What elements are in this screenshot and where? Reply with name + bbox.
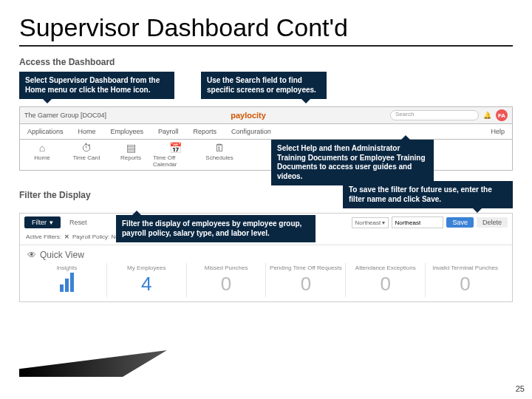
qv-attendance-exceptions[interactable]: Attendance Exceptions 0 bbox=[345, 263, 425, 297]
avatar[interactable]: FA bbox=[496, 109, 508, 121]
qv-insights[interactable]: Insights bbox=[27, 263, 106, 297]
quick-view-title-text: Quick View bbox=[40, 250, 84, 260]
callout-help: Select Help and then Administrator Train… bbox=[271, 140, 434, 185]
nav-home[interactable]: ⌂Home bbox=[20, 142, 64, 168]
tab-payroll[interactable]: Payroll bbox=[151, 124, 186, 139]
nav-label: Schedules bbox=[205, 154, 233, 161]
callout-select-dashboard: Select Supervisor Dashboard from the Hom… bbox=[19, 72, 174, 99]
remove-filter-icon[interactable]: ✕ bbox=[64, 233, 69, 240]
qv-my-employees[interactable]: My Employees 4 bbox=[106, 263, 186, 297]
home-icon: ⌂ bbox=[39, 142, 45, 154]
tab-applications[interactable]: Applications bbox=[20, 124, 71, 139]
clock-icon: ⏱ bbox=[81, 142, 92, 154]
filter-panel: Filter▾ Reset Filter the display of empl… bbox=[19, 213, 513, 302]
schedule-icon: 🗓 bbox=[214, 142, 225, 154]
tab-employees[interactable]: Employees bbox=[103, 124, 151, 139]
delete-button[interactable]: Delete bbox=[477, 217, 508, 228]
qv-label: Pending Time Off Requests bbox=[266, 265, 345, 271]
callout-text: Use the Search field to find specific sc… bbox=[207, 76, 316, 94]
filter-button[interactable]: Filter▾ bbox=[24, 216, 61, 228]
callout-text: Select Supervisor Dashboard from the Hom… bbox=[25, 76, 160, 94]
bar-chart-icon bbox=[27, 273, 106, 292]
callout-text: To save the filter for future use, enter… bbox=[349, 185, 492, 203]
callout-text: Select Help and then Administrator Train… bbox=[277, 144, 426, 180]
brand-logo: paylocity bbox=[106, 111, 390, 120]
save-button[interactable]: Save bbox=[446, 217, 474, 228]
icon-toolbar: ⌂Home ⏱Time Card ▤Reports 📅Time Off Cale… bbox=[19, 140, 513, 171]
quick-view-panel: 👁Quick View Insights My Employees 4 Miss… bbox=[20, 245, 512, 301]
qv-value: 0 bbox=[346, 273, 425, 296]
nav-label: Time Card bbox=[72, 154, 100, 161]
select-value: Northeast bbox=[355, 219, 381, 226]
eye-icon: 👁 bbox=[27, 250, 36, 260]
nav-label: Reports bbox=[120, 154, 141, 161]
qv-invalid-punches[interactable]: Invalid Terminal Punches 0 bbox=[425, 263, 505, 297]
callout-filter-display: Filter the display of employees by emplo… bbox=[116, 215, 316, 242]
qv-pending-timeoff[interactable]: Pending Time Off Requests 0 bbox=[265, 263, 345, 297]
section-filter-display: Filter the Display bbox=[19, 190, 91, 200]
qv-label: Insights bbox=[27, 265, 106, 271]
tab-home[interactable]: Home bbox=[71, 124, 103, 139]
callout-text: Filter the display of employees by emplo… bbox=[122, 219, 301, 237]
qv-value: 0 bbox=[426, 273, 505, 296]
tab-configuration[interactable]: Configuration bbox=[224, 124, 279, 139]
nav-label: Home bbox=[34, 154, 50, 161]
reports-icon: ▤ bbox=[126, 142, 136, 154]
filter-name-input[interactable] bbox=[392, 216, 443, 228]
main-tabs: Applications Home Employees Payroll Repo… bbox=[19, 124, 513, 140]
chevron-down-icon: ▾ bbox=[50, 219, 53, 226]
notification-icon[interactable]: 🔔 bbox=[483, 112, 491, 119]
nav-timecard[interactable]: ⏱Time Card bbox=[64, 142, 109, 168]
qv-value: 4 bbox=[107, 273, 186, 296]
qv-label: Attendance Exceptions bbox=[346, 265, 425, 271]
page-number: 25 bbox=[516, 384, 525, 393]
qv-label: Invalid Terminal Punches bbox=[426, 265, 505, 271]
active-filters-label: Active Filters: bbox=[26, 233, 61, 240]
search-input[interactable]: Search bbox=[390, 110, 479, 120]
qv-label: My Employees bbox=[107, 265, 186, 271]
nav-reports[interactable]: ▤Reports bbox=[109, 142, 153, 168]
nav-schedules[interactable]: 🗓Schedules bbox=[197, 142, 242, 168]
tab-help[interactable]: Help bbox=[483, 124, 512, 139]
org-name: The Garner Group [DOC04] bbox=[24, 112, 106, 119]
reset-button[interactable]: Reset bbox=[65, 216, 92, 228]
calendar-icon: 📅 bbox=[169, 142, 182, 154]
qv-missed-punches[interactable]: Missed Punches 0 bbox=[186, 263, 266, 297]
saved-filter-select[interactable]: Northeast ▾ bbox=[352, 217, 389, 228]
nav-timeoff[interactable]: 📅Time Off Calendar bbox=[153, 142, 197, 168]
qv-label: Missed Punches bbox=[187, 265, 266, 271]
qv-value: 0 bbox=[187, 273, 266, 296]
nav-label: Time Off Calendar bbox=[153, 154, 197, 168]
decorative-triangle bbox=[19, 350, 167, 377]
filter-button-label: Filter bbox=[32, 219, 47, 226]
qv-value: 0 bbox=[266, 273, 345, 296]
callout-use-search: Use the Search field to find specific sc… bbox=[201, 72, 327, 99]
section-access-dashboard: Access the Dashboard bbox=[19, 57, 513, 67]
tab-reports[interactable]: Reports bbox=[186, 124, 225, 139]
slide-title: Supervisor Dashboard Cont'd bbox=[19, 13, 513, 47]
app-topbar: The Garner Group [DOC04] paylocity Searc… bbox=[19, 106, 513, 124]
quick-view-title: 👁Quick View bbox=[27, 250, 505, 260]
